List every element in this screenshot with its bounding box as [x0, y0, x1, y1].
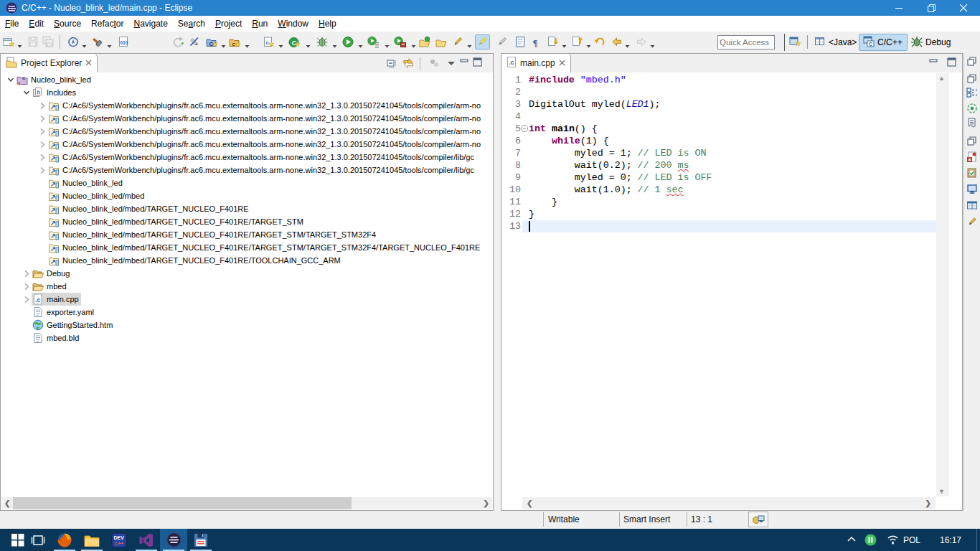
- editor-hscrollbar[interactable]: ❮ ❯: [522, 497, 936, 509]
- tasks-view-icon[interactable]: [966, 167, 978, 179]
- dropdown-arrow-icon[interactable]: [411, 40, 417, 44]
- save-all-icon[interactable]: [42, 36, 55, 48]
- taskbar-explorer-button[interactable]: [78, 529, 105, 551]
- tab-main-cpp[interactable]: .c main.cpp: [501, 54, 571, 72]
- tree-item[interactable]: C:/Ac6/SystemWorkbench/plugins/fr.ac6.mc…: [1, 112, 492, 125]
- tree-item[interactable]: C:/Ac6/SystemWorkbench/plugins/fr.ac6.mc…: [1, 99, 492, 112]
- tree-item[interactable]: Debug: [1, 267, 492, 280]
- outline-view-icon[interactable]: [966, 87, 978, 98]
- tree-item[interactable]: CxNucleo_blink_led: [1, 73, 492, 86]
- perspective-debug-button[interactable]: Debug: [911, 34, 951, 51]
- search-pen-icon[interactable]: [452, 36, 464, 48]
- collapse-all-icon[interactable]: [386, 57, 398, 70]
- new-c-project-icon[interactable]: c: [229, 36, 241, 48]
- properties-view-icon[interactable]: [966, 199, 978, 211]
- chevron-collapsed-icon[interactable]: [22, 268, 32, 278]
- chevron-expanded-icon[interactable]: [22, 88, 32, 98]
- menu-search[interactable]: Search: [173, 17, 210, 31]
- dropdown-arrow-icon[interactable]: [278, 40, 284, 44]
- tray-app-icon[interactable]: [864, 534, 877, 548]
- open-resource-icon[interactable]: [419, 36, 431, 48]
- perspective-cpp-button[interactable]: CC/C++: [859, 34, 908, 51]
- chevron-collapsed-icon[interactable]: [37, 152, 47, 162]
- menu-file[interactable]: File: [0, 17, 24, 31]
- tree-item[interactable]: GettingStarted.htm: [1, 319, 492, 331]
- restore-button[interactable]: [915, 0, 948, 16]
- chevron-collapsed-icon[interactable]: [37, 113, 47, 123]
- dropdown-arrow-icon[interactable]: [332, 40, 338, 44]
- wifi-icon[interactable]: [887, 534, 899, 547]
- tree-item[interactable]: hIncludes: [1, 86, 492, 99]
- menu-window[interactable]: Window: [273, 17, 314, 31]
- tree-item[interactable]: C:/Ac6/SystemWorkbench/plugins/fr.ac6.mc…: [1, 138, 492, 151]
- dropdown-arrow-icon[interactable]: [625, 40, 631, 44]
- back-icon[interactable]: [611, 36, 623, 48]
- dropdown-arrow-icon[interactable]: [17, 40, 23, 44]
- dropdown-arrow-icon[interactable]: [586, 40, 592, 44]
- tab-close-icon[interactable]: [85, 58, 92, 68]
- taskbar-firefox-button[interactable]: [51, 529, 78, 551]
- language-indicator[interactable]: POL: [903, 535, 920, 545]
- marker-toggle-icon[interactable]: [475, 34, 490, 50]
- pilcrow-icon[interactable]: ¶: [530, 36, 542, 48]
- tree-item[interactable]: mbed.bld: [1, 331, 492, 344]
- menu-run[interactable]: Run: [247, 17, 273, 31]
- editor-vscrollbar[interactable]: ▲ ▼: [936, 73, 949, 496]
- tray-chevron-icon[interactable]: [847, 535, 856, 545]
- search-view-icon[interactable]: [966, 216, 978, 227]
- restore-view-icon[interactable]: [966, 56, 978, 67]
- remote-view-icon[interactable]: [966, 183, 978, 194]
- minimize-editor-icon[interactable]: [929, 57, 941, 70]
- taskbar-eclipse-button[interactable]: [160, 529, 187, 551]
- tree-item[interactable]: Nucleo_blink_led: [1, 176, 492, 189]
- open-folder-icon[interactable]: [435, 36, 448, 48]
- forward-icon[interactable]: [636, 36, 648, 48]
- next-annotation-icon[interactable]: [547, 36, 559, 48]
- status-build-icon[interactable]: [748, 512, 768, 527]
- minimize-button[interactable]: [883, 0, 915, 16]
- run-icon[interactable]: [342, 36, 354, 48]
- maximize-view-icon[interactable]: [473, 57, 485, 70]
- new-wizard-icon[interactable]: [3, 36, 15, 48]
- chevron-collapsed-icon[interactable]: [37, 126, 47, 136]
- link-with-editor-icon[interactable]: [402, 57, 415, 70]
- tree-item[interactable]: Nucleo_blink_led/mbed/TARGET_NUCLEO_F401…: [1, 241, 492, 254]
- restore-view-icon[interactable]: [966, 136, 978, 147]
- chevron-collapsed-icon[interactable]: [37, 100, 47, 110]
- prev-annotation-icon[interactable]: [571, 36, 583, 48]
- menu-project[interactable]: Project: [210, 17, 247, 31]
- tree-item[interactable]: Nucleo_blink_led/mbed/TARGET_NUCLEO_F401…: [1, 228, 492, 241]
- dropdown-arrow-icon[interactable]: [221, 40, 227, 44]
- tree-item[interactable]: C:/Ac6/SystemWorkbench/plugins/fr.ac6.mc…: [1, 164, 492, 176]
- chevron-collapsed-icon[interactable]: [22, 281, 32, 291]
- new-c-file-icon[interactable]: c: [263, 36, 275, 48]
- taskbar-visual-studio-button[interactable]: [133, 529, 160, 551]
- show-desktop-button[interactable]: [976, 529, 977, 551]
- chevron-expanded-icon[interactable]: [6, 75, 16, 85]
- chevron-collapsed-icon[interactable]: [37, 165, 47, 175]
- binary-icon[interactable]: 010: [118, 36, 130, 48]
- build-icon[interactable]: [91, 36, 103, 48]
- gray-pencil-icon[interactable]: [496, 36, 509, 48]
- menu-navigate[interactable]: Navigate: [128, 17, 172, 31]
- dropdown-arrow-icon[interactable]: [306, 40, 311, 44]
- explorer-hscrollbar[interactable]: ❮ ❯: [1, 497, 492, 509]
- focus-icon[interactable]: [428, 57, 440, 70]
- taskbar-task-view-button[interactable]: [24, 529, 52, 551]
- perspective-java-button[interactable]: <Java>: [814, 34, 857, 51]
- menu-source[interactable]: Source: [49, 17, 86, 31]
- dropdown-arrow-icon[interactable]: [385, 40, 390, 44]
- close-button[interactable]: [948, 0, 980, 16]
- dropdown-arrow-icon[interactable]: [467, 40, 473, 44]
- minimize-view-icon[interactable]: [460, 57, 472, 70]
- maximize-editor-icon[interactable]: [947, 57, 959, 70]
- open-perspective-icon[interactable]: [789, 35, 801, 47]
- pencil-slash-icon[interactable]: [189, 36, 201, 48]
- tree-item[interactable]: Nucleo_blink_led/mbed/TARGET_NUCLEO_F401…: [1, 202, 492, 215]
- tree-item[interactable]: .cmain.cpp: [1, 293, 492, 306]
- view-menu-icon[interactable]: [447, 57, 459, 70]
- chevron-collapsed-icon[interactable]: [37, 139, 47, 149]
- chevron-collapsed-icon[interactable]: [22, 294, 32, 304]
- menu-refactor[interactable]: Refactor: [86, 17, 128, 31]
- dropdown-arrow-icon[interactable]: [82, 40, 88, 44]
